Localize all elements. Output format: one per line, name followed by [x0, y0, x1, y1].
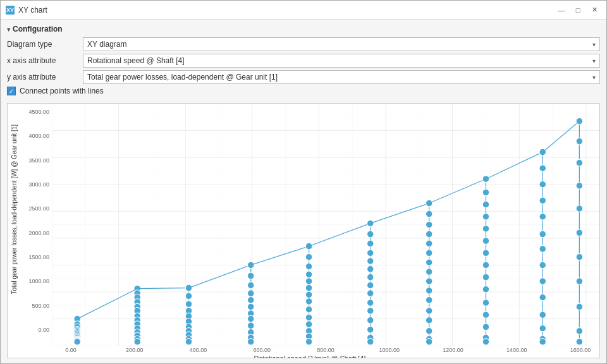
svg-point-125: [426, 210, 432, 217]
svg-point-181: [576, 327, 583, 334]
svg-point-160: [539, 197, 546, 204]
svg-point-151: [482, 300, 489, 306]
svg-point-166: [539, 294, 546, 301]
svg-point-99: [305, 291, 312, 298]
svg-point-130: [426, 259, 432, 266]
svg-point-135: [426, 308, 432, 315]
svg-point-137: [426, 327, 432, 334]
svg-point-127: [426, 231, 432, 238]
svg-line-66: [77, 289, 137, 319]
x-tick-2: 400.00: [180, 347, 218, 353]
series-cluster-8: [482, 176, 489, 345]
x-tick-7: 1400.00: [498, 347, 536, 353]
x-ticks-row: 0.00 200.00 400.00 600.00 800.00 1000.00…: [20, 346, 599, 353]
svg-point-163: [539, 246, 546, 253]
connect-points-row: ✓ Connect points with lines: [7, 87, 600, 95]
svg-point-182: [576, 338, 583, 345]
plot-svg-container: [52, 104, 599, 346]
x-axis-dropdown[interactable]: Rotational speed @ Shaft [4] ▾: [83, 54, 600, 68]
svg-point-102: [305, 314, 312, 321]
svg-point-114: [367, 274, 374, 281]
maximize-button[interactable]: □: [571, 4, 585, 16]
svg-point-134: [426, 296, 432, 303]
y-tick-3: 3000.00: [28, 181, 49, 188]
config-section: ▾ Configuration Diagram type XY diagram …: [7, 25, 600, 99]
svg-point-106: [305, 338, 312, 345]
y-tick-1: 4000.00: [28, 133, 49, 139]
svg-point-69: [185, 293, 192, 300]
chart-container: Total gear power losses, load-dependent …: [7, 103, 600, 358]
svg-point-81: [247, 272, 254, 279]
y-axis-label-container: Total gear power losses, load-dependent …: [8, 104, 20, 358]
y-axis-dropdown[interactable]: Total gear power losses, load-dependent …: [83, 70, 600, 84]
svg-point-98: [305, 284, 312, 291]
y-tick-9: 0.00: [38, 327, 49, 333]
svg-line-156: [486, 152, 543, 179]
svg-point-113: [367, 266, 374, 273]
svg-point-179: [576, 278, 583, 285]
titlebar-left: XY XY chart: [6, 6, 47, 15]
svg-point-95: [305, 263, 312, 270]
svg-point-117: [367, 300, 374, 306]
svg-point-149: [482, 274, 489, 281]
svg-point-93: [305, 243, 312, 250]
svg-point-148: [482, 262, 489, 269]
svg-point-176: [576, 205, 583, 212]
diagram-type-dropdown[interactable]: XY diagram ▾: [83, 37, 600, 51]
y-axis-label-config: y axis attribute: [7, 73, 83, 82]
y-tick-6: 1500.00: [28, 254, 49, 260]
chart-inner: 4500.00 4000.00 3500.00 3000.00 2500.00 …: [20, 104, 599, 358]
svg-point-145: [482, 226, 489, 233]
series-cluster-3: [185, 284, 192, 345]
svg-point-178: [576, 253, 583, 260]
y-tick-2: 3500.00: [28, 157, 49, 164]
y-axis-ticks: 4500.00 4000.00 3500.00 3000.00 2500.00 …: [20, 104, 52, 346]
svg-point-112: [367, 258, 374, 265]
minimize-button[interactable]: —: [555, 4, 568, 16]
x-tick-8: 1600.00: [561, 347, 599, 353]
y-tick-0: 4500.00: [28, 109, 49, 115]
svg-point-143: [482, 201, 489, 208]
close-button[interactable]: ✕: [587, 4, 601, 16]
svg-point-170: [539, 338, 546, 345]
svg-point-172: [576, 118, 583, 124]
svg-point-82: [247, 282, 254, 289]
svg-point-132: [426, 278, 432, 285]
y-tick-4: 2500.00: [28, 205, 49, 212]
window-title: XY chart: [18, 6, 47, 15]
svg-point-142: [482, 189, 489, 196]
series-cluster-10: [576, 118, 583, 345]
svg-point-147: [482, 250, 489, 257]
series-cluster-7: [426, 200, 432, 345]
y-tick-5: 2000.00: [28, 230, 49, 236]
svg-point-165: [539, 278, 546, 285]
svg-point-84: [247, 296, 254, 303]
x-tick-6: 1200.00: [434, 347, 472, 353]
svg-point-144: [482, 213, 489, 220]
checkmark-icon: ✓: [9, 88, 14, 95]
svg-point-103: [305, 321, 312, 328]
config-section-label: Configuration: [13, 25, 63, 33]
svg-point-146: [482, 238, 489, 245]
svg-point-70: [185, 301, 192, 308]
svg-point-101: [305, 306, 312, 313]
dropdown-arrow-icon-2: ▾: [592, 74, 596, 81]
svg-point-97: [305, 278, 312, 285]
y-axis-value: Total gear power losses, load-dependent …: [87, 73, 278, 82]
svg-point-115: [367, 282, 374, 289]
svg-point-87: [247, 315, 254, 322]
x-axis-label: x axis attribute: [7, 56, 83, 65]
svg-point-100: [305, 298, 312, 305]
svg-line-107: [309, 223, 371, 246]
series-cluster-9: [539, 149, 546, 345]
connect-points-checkbox[interactable]: ✓: [7, 87, 16, 95]
svg-point-131: [426, 269, 432, 276]
svg-line-92: [251, 246, 309, 265]
main-window: XY XY chart — □ ✕ ▾ Configuration Diagra…: [0, 0, 607, 364]
svg-point-129: [426, 250, 432, 257]
svg-point-141: [482, 176, 489, 183]
config-row-diagram-type: Diagram type XY diagram ▾: [7, 37, 600, 51]
svg-point-175: [576, 183, 583, 190]
config-row-x-axis: x axis attribute Rotational speed @ Shaf…: [7, 54, 600, 68]
x-axis-label: Rotational speed [1/min] @ Shaft [4]: [20, 353, 599, 358]
